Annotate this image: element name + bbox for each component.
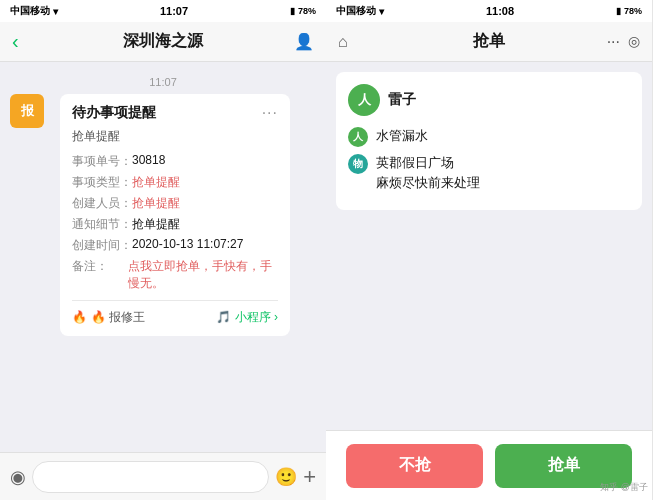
wifi-icon-right: ▾ bbox=[379, 6, 384, 17]
card-header: 待办事项提醒 ··· bbox=[72, 104, 278, 122]
battery-icon-right: ▮ bbox=[616, 6, 621, 16]
snatch-content: 人 雷子 人 水管漏水 物 英郡假日广场 麻烦尽快前来处理 bbox=[326, 62, 652, 430]
info-label-3: 通知细节： bbox=[72, 216, 132, 233]
nav-bar-left: 深圳海之源 👤 bbox=[0, 22, 326, 62]
item-badge: 物 bbox=[348, 154, 368, 174]
snatch-user-row: 人 雷子 bbox=[348, 84, 630, 116]
time-right: 11:08 bbox=[486, 5, 514, 17]
time-left: 11:07 bbox=[160, 5, 188, 17]
info-label-4: 创建时间： bbox=[72, 237, 132, 254]
battery-left: 78% bbox=[298, 6, 316, 16]
status-left-right: 中国移动 ▾ bbox=[336, 4, 384, 18]
nav-title-left: 深圳海之源 bbox=[123, 31, 203, 52]
footer-app-name: 🔥 报修王 bbox=[91, 309, 145, 326]
info-value-0: 30818 bbox=[132, 153, 165, 170]
timestamp: 11:07 bbox=[10, 76, 316, 88]
nav-bar-right: ⌂ 抢单 ··· ◎ bbox=[326, 22, 652, 62]
voice-button[interactable]: ◉ bbox=[10, 466, 26, 488]
card-title: 待办事项提醒 bbox=[72, 104, 156, 122]
message-card: 待办事项提醒 ··· 抢单提醒 事项单号： 30818 事项类型： 抢单提醒 创… bbox=[60, 94, 290, 336]
info-row-2: 创建人员： 抢单提醒 bbox=[72, 195, 278, 212]
card-dots[interactable]: ··· bbox=[262, 104, 278, 122]
miniprogram-label: 🎵 小程序 › bbox=[216, 309, 278, 326]
add-button[interactable]: + bbox=[303, 464, 316, 490]
info-value-1: 抢单提醒 bbox=[132, 174, 180, 191]
status-bar-right: 中国移动 ▾ 11:08 ▮ 78% bbox=[326, 0, 652, 22]
info-value-3: 抢单提醒 bbox=[132, 216, 180, 233]
info-row-5: 备注： 点我立即抢单，手快有，手慢无。 bbox=[72, 258, 278, 292]
dots-button-right[interactable]: ··· bbox=[607, 33, 620, 51]
watermark: 知乎 @雷子 bbox=[600, 481, 648, 494]
card-divider bbox=[72, 300, 278, 301]
footer-left[interactable]: 🔥 🔥 报修王 bbox=[72, 309, 145, 326]
no-button[interactable]: 不抢 bbox=[346, 444, 483, 488]
user-avatar: 人 bbox=[348, 84, 380, 116]
person-badge: 人 bbox=[348, 127, 368, 147]
snatch-info-row-1: 物 英郡假日广场 麻烦尽快前来处理 bbox=[348, 153, 630, 192]
nav-right-group: ··· ◎ bbox=[607, 33, 640, 51]
card-subtitle: 抢单提醒 bbox=[72, 128, 278, 145]
info-label-0: 事项单号： bbox=[72, 153, 132, 170]
chat-input[interactable] bbox=[32, 461, 269, 493]
card-footer: 🔥 🔥 报修王 🎵 小程序 › bbox=[72, 309, 278, 326]
nav-right: 👤 bbox=[294, 32, 314, 51]
home-button[interactable]: ⌂ bbox=[338, 33, 348, 51]
back-button[interactable] bbox=[12, 30, 19, 53]
status-bar-left: 中国移动 ▾ 11:07 ▮ 78% bbox=[0, 0, 326, 22]
status-right-right: ▮ 78% bbox=[616, 6, 642, 16]
status-right-left: ▮ 78% bbox=[290, 6, 316, 16]
info-row-3: 通知细节： 抢单提醒 bbox=[72, 216, 278, 233]
info-value-4: 2020-10-13 11:07:27 bbox=[132, 237, 243, 254]
snatch-text-1a: 英郡假日广场 bbox=[376, 153, 480, 173]
chat-content: 11:07 报 待办事项提醒 ··· 抢单提醒 事项单号： 30818 事项类型… bbox=[0, 62, 326, 452]
snatch-text-1b: 麻烦尽快前来处理 bbox=[376, 173, 480, 193]
status-left: 中国移动 ▾ bbox=[10, 4, 58, 18]
info-value-2: 抢单提醒 bbox=[132, 195, 180, 212]
profile-icon[interactable]: 👤 bbox=[294, 32, 314, 51]
nav-title-right: 抢单 bbox=[473, 31, 505, 52]
info-row-1: 事项类型： 抢单提醒 bbox=[72, 174, 278, 191]
username: 雷子 bbox=[388, 91, 416, 109]
snatch-card: 人 雷子 人 水管漏水 物 英郡假日广场 麻烦尽快前来处理 bbox=[336, 72, 642, 210]
info-label-5: 备注： bbox=[72, 258, 128, 292]
wifi-icon-left: ▾ bbox=[53, 6, 58, 17]
emoji-button[interactable]: 🙂 bbox=[275, 466, 297, 488]
carrier-left: 中国移动 bbox=[10, 4, 50, 18]
avatar-label: 人 bbox=[358, 91, 371, 109]
bottom-bar-left: ◉ 🙂 + bbox=[0, 452, 326, 500]
info-label-1: 事项类型： bbox=[72, 174, 132, 191]
info-label-2: 创建人员： bbox=[72, 195, 132, 212]
fire-icon: 🔥 bbox=[72, 310, 87, 324]
snatch-info-row-0: 人 水管漏水 bbox=[348, 126, 630, 147]
carrier-right: 中国移动 bbox=[336, 4, 376, 18]
bot-avatar: 报 bbox=[10, 94, 44, 128]
footer-right[interactable]: 🎵 小程序 › bbox=[216, 309, 278, 326]
phone-left: 中国移动 ▾ 11:07 ▮ 78% 深圳海之源 👤 11:07 报 待办事项提… bbox=[0, 0, 326, 500]
battery-icon-left: ▮ bbox=[290, 6, 295, 16]
info-row-4: 创建时间： 2020-10-13 11:07:27 bbox=[72, 237, 278, 254]
battery-right: 78% bbox=[624, 6, 642, 16]
info-row-0: 事项单号： 30818 bbox=[72, 153, 278, 170]
info-value-5: 点我立即抢单，手快有，手慢无。 bbox=[128, 258, 278, 292]
nav-left bbox=[12, 30, 19, 53]
circle-button[interactable]: ◎ bbox=[628, 33, 640, 51]
phone-right: 中国移动 ▾ 11:08 ▮ 78% ⌂ 抢单 ··· ◎ 人 雷子 bbox=[326, 0, 652, 500]
snatch-text-0: 水管漏水 bbox=[376, 126, 428, 146]
